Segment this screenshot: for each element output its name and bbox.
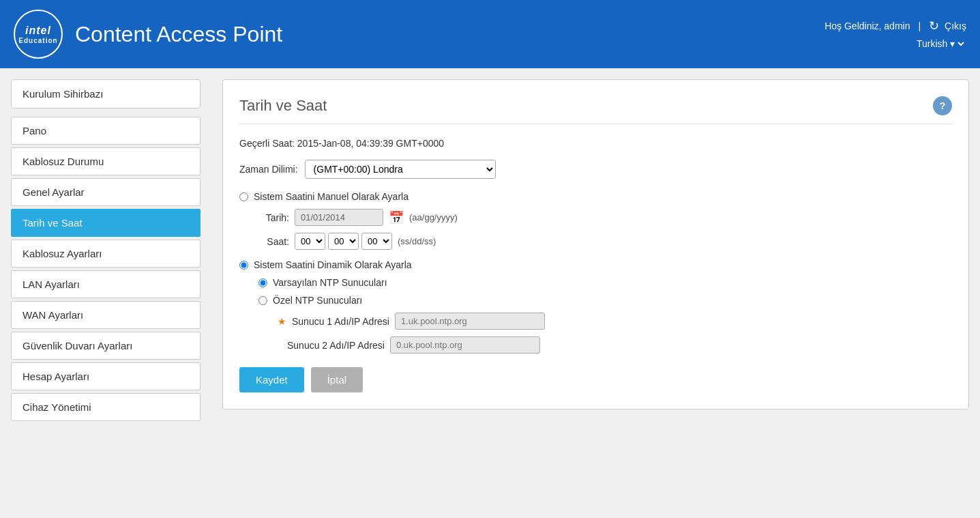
header-user-row: Hoş Geldiniz, admin | ↻ Çıkış (825, 18, 966, 33)
language-select[interactable]: Turkish ▾ (914, 38, 966, 50)
header-left: intel Education Content Access Point (14, 10, 282, 59)
time-selects: 0001020304050607080910111213141516171819… (295, 233, 392, 250)
page-title: Tarih ve Saat (239, 97, 327, 115)
time-minute-select[interactable]: 0001020304050607080910111213141516171819… (328, 233, 359, 250)
app-title: Content Access Point (75, 22, 282, 47)
button-row: Kaydet İptal (239, 367, 952, 392)
help-button[interactable]: ? (933, 96, 952, 115)
divider: | (918, 20, 921, 31)
timezone-row: Zaman Dilimi: (GMT+00:00) Londra(GMT+01:… (239, 160, 952, 179)
panel-header: Tarih ve Saat ? (239, 96, 952, 124)
intel-education: Education (18, 37, 57, 44)
server2-input[interactable] (390, 336, 540, 354)
custom-ntp-label[interactable]: Özel NTP Sunucuları (273, 295, 362, 306)
manual-radio[interactable] (239, 192, 248, 201)
date-label: Tarih: (258, 212, 289, 223)
current-time-label: Geçerli Saat: (239, 138, 295, 149)
content-panel: Tarih ve Saat ? Geçerli Saat: 2015-Jan-0… (222, 79, 969, 409)
manual-fields: Tarih: 📅 (aa/gg/yyyy) Saat: 000102030405… (258, 209, 952, 250)
cancel-button[interactable]: İptal (311, 367, 363, 392)
manual-radio-row: Sistem Saatini Manuel Olarak Ayarla (239, 191, 952, 202)
current-time-value: 2015-Jan-08, 04:39:39 GMT+0000 (297, 138, 444, 149)
sidebar-item-kablosuz-ayarlari[interactable]: Kablosuz Ayarları (11, 240, 201, 268)
required-star-1: ★ (278, 316, 286, 327)
sidebar-item-tarih-ve-saat[interactable]: Tarih ve Saat (11, 209, 201, 237)
server1-input[interactable] (395, 313, 545, 330)
time-format-hint: (ss/dd/ss) (398, 236, 436, 246)
save-button[interactable]: Kaydet (239, 367, 304, 392)
sidebar-item-cihaz-yonetimi[interactable]: Cihaz Yönetimi (11, 393, 201, 421)
sidebar: Kurulum Sihirbazı Pano Kablosuz Durumu G… (0, 68, 211, 518)
sidebar-item-pano[interactable]: Pano (11, 117, 201, 145)
main-layout: Kurulum Sihirbazı Pano Kablosuz Durumu G… (0, 68, 980, 518)
date-format-hint: (aa/gg/yyyy) (409, 212, 458, 222)
dynamic-radio[interactable] (239, 261, 248, 270)
sidebar-item-lan-ayarlari[interactable]: LAN Ayarları (11, 270, 201, 298)
default-ntp-row: Varsayılan NTP Sunucuları (258, 277, 952, 288)
sidebar-item-wan-ayarlari[interactable]: WAN Ayarları (11, 301, 201, 329)
custom-ntp-row: Özel NTP Sunucuları (258, 295, 952, 306)
time-hour-select[interactable]: 0001020304050607080910111213141516171819… (295, 233, 325, 250)
ntp-server-fields: ★ Sunucu 1 Adı/IP Adresi Sunucu 2 Adı/IP… (278, 313, 952, 354)
default-ntp-label[interactable]: Varsayılan NTP Sunucuları (273, 277, 387, 288)
time-field-row: Saat: 0001020304050607080910111213141516… (258, 233, 952, 250)
time-label: Saat: (258, 236, 289, 247)
dynamic-fields: Varsayılan NTP Sunucuları Özel NTP Sunuc… (258, 277, 952, 354)
header: intel Education Content Access Point Hoş… (0, 0, 980, 68)
server2-label: Sunucu 2 Adı/IP Adresi (287, 340, 385, 351)
server2-row: Sunucu 2 Adı/IP Adresi (278, 336, 952, 354)
header-right: Hoş Geldiniz, admin | ↻ Çıkış Turkish ▾ (825, 18, 966, 50)
sidebar-item-hesap-ayarlari[interactable]: Hesap Ayarları (11, 362, 201, 390)
timezone-select[interactable]: (GMT+00:00) Londra(GMT+01:00) Paris(GMT+… (305, 160, 496, 179)
date-field-row: Tarih: 📅 (aa/gg/yyyy) (258, 209, 952, 226)
default-ntp-radio[interactable] (258, 278, 267, 287)
dynamic-radio-label[interactable]: Sistem Saatini Dinamik Olarak Ayarla (254, 259, 412, 270)
dynamic-radio-section: Sistem Saatini Dinamik Olarak Ayarla Var… (239, 259, 952, 354)
logout-link[interactable]: Çıkış (945, 20, 966, 31)
server1-label: Sunucu 1 Adı/IP Adresi (292, 316, 389, 327)
sidebar-item-guvenlik-duvari[interactable]: Güvenlik Duvarı Ayarları (11, 332, 201, 360)
calendar-icon[interactable]: 📅 (389, 210, 404, 225)
welcome-text: Hoş Geldiniz, admin (825, 20, 910, 31)
manual-radio-label[interactable]: Sistem Saatini Manuel Olarak Ayarla (254, 191, 409, 202)
refresh-icon[interactable]: ↻ (929, 18, 939, 33)
sidebar-item-setup[interactable]: Kurulum Sihirbazı (11, 79, 201, 109)
date-input[interactable] (295, 209, 383, 226)
time-second-select[interactable]: 0001020304050607080910111213141516171819… (361, 233, 392, 250)
language-row[interactable]: Turkish ▾ (914, 38, 966, 50)
custom-ntp-radio[interactable] (258, 296, 267, 305)
manual-radio-section: Sistem Saatini Manuel Olarak Ayarla Tari… (239, 191, 952, 250)
dynamic-radio-row: Sistem Saatini Dinamik Olarak Ayarla (239, 259, 952, 270)
timezone-label: Zaman Dilimi: (239, 164, 298, 175)
intel-logo: intel Education (14, 10, 63, 59)
current-time-row: Geçerli Saat: 2015-Jan-08, 04:39:39 GMT+… (239, 138, 952, 149)
sidebar-item-genel-ayarlar[interactable]: Genel Ayarlar (11, 178, 201, 206)
sidebar-item-kablosuz-durumu[interactable]: Kablosuz Durumu (11, 147, 201, 175)
intel-brand: intel (25, 25, 51, 37)
server1-row: ★ Sunucu 1 Adı/IP Adresi (278, 313, 952, 330)
content-area: Tarih ve Saat ? Geçerli Saat: 2015-Jan-0… (211, 68, 980, 518)
